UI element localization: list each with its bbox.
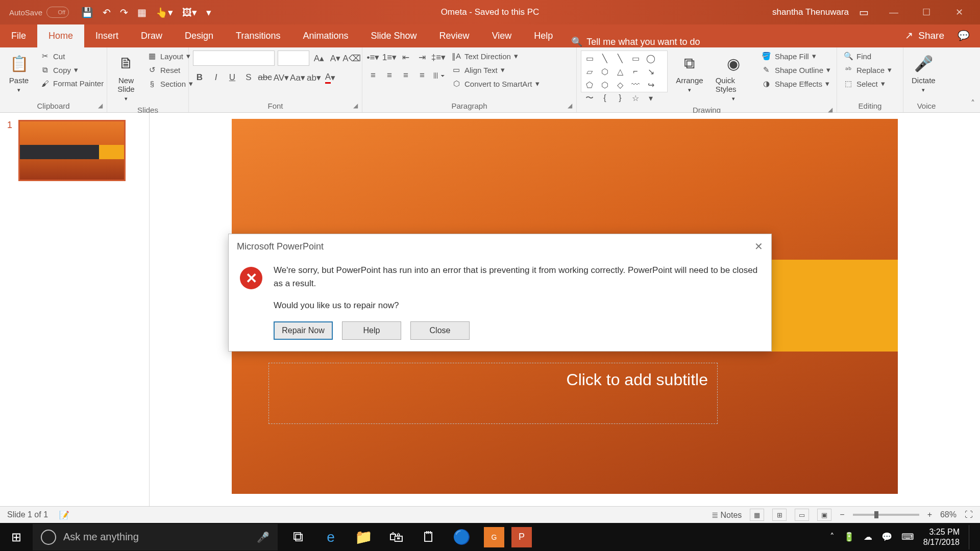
shape-outline-button[interactable]: ✎Shape Outline ▾ (760, 64, 832, 76)
tab-review[interactable]: Review (428, 24, 481, 47)
font-color-button[interactable]: A▾ (324, 71, 337, 84)
autosave-toggle[interactable]: AutoSave Off (9, 7, 69, 18)
tab-insert[interactable]: Insert (84, 24, 130, 47)
task-view-button[interactable]: ⧉ (283, 523, 313, 551)
touch-mode-icon[interactable]: 👆▾ (156, 7, 173, 18)
tab-home[interactable]: Home (37, 24, 84, 47)
onedrive-icon[interactable]: ☁ (864, 532, 872, 542)
clock[interactable]: 3:25 PM 8/17/2018 (923, 527, 960, 547)
battery-icon[interactable]: 🔋 (844, 532, 854, 542)
cortana-search[interactable]: Ask me anything 🎤 (33, 524, 278, 550)
maximize-button[interactable]: ☐ (912, 2, 941, 22)
change-case-button[interactable]: Aa▾ (291, 71, 304, 84)
tab-help[interactable]: Help (523, 24, 564, 47)
tray-expand-icon[interactable]: ˄ (830, 532, 835, 542)
columns-button[interactable]: ⫼▾ (432, 69, 445, 82)
show-desktop-button[interactable] (969, 525, 973, 549)
tell-me-search[interactable]: 🔍 Tell me what you want to do (564, 36, 700, 47)
strike-button[interactable]: abc (258, 71, 272, 84)
font-name-combo[interactable] (193, 51, 275, 66)
qat-customize-icon[interactable]: ▾ (206, 7, 211, 18)
zoom-slider[interactable] (853, 514, 919, 516)
select-button[interactable]: ⬚Select ▾ (841, 78, 894, 89)
share-button[interactable]: ↗ Share 💬 (905, 30, 970, 41)
replace-button[interactable]: ᵃᵇReplace ▾ (841, 64, 894, 76)
notes-button[interactable]: ≣ Notes (712, 510, 742, 520)
decrease-font-icon[interactable]: A▾ (329, 52, 342, 65)
tab-transitions[interactable]: Transitions (225, 24, 291, 47)
increase-indent-button[interactable]: ⇥ (415, 51, 429, 64)
slide-thumbnail[interactable] (18, 120, 126, 181)
ribbon-display-icon[interactable]: ▭ (859, 6, 869, 18)
tab-design[interactable]: Design (174, 24, 225, 47)
sticky-notes-icon[interactable]: 🗒 (413, 523, 444, 551)
quick-styles-button[interactable]: ◉Quick Styles▾ (712, 51, 755, 104)
char-spacing-button[interactable]: AV▾ (275, 71, 288, 84)
justify-button[interactable]: ≡ (415, 69, 429, 82)
reset-button[interactable]: ↺Reset (145, 64, 195, 76)
chrome-icon[interactable]: 🔵 (446, 523, 477, 551)
new-slide-button[interactable]: 🗎 New Slide ▾ (111, 51, 141, 104)
spell-check-icon[interactable]: 📝 (59, 510, 69, 520)
tab-slideshow[interactable]: Slide Show (360, 24, 428, 47)
slide-thumbnails-panel[interactable]: 1 (0, 113, 150, 532)
sorter-view-button[interactable]: ⊞ (772, 509, 787, 521)
align-center-button[interactable]: ≡ (383, 69, 396, 82)
slideshow-view-button[interactable]: ▣ (817, 509, 831, 521)
edge-icon[interactable]: e (315, 523, 346, 551)
start-from-beginning-icon[interactable]: ▦ (137, 7, 146, 18)
more-shapes-icon[interactable]: ▾ (645, 93, 657, 103)
thumbnail-slot[interactable]: 1 (7, 120, 142, 181)
arrange-button[interactable]: ⧉Arrange▾ (672, 51, 707, 95)
align-right-button[interactable]: ≡ (399, 69, 412, 82)
minimize-button[interactable]: — (879, 2, 909, 22)
redo-icon[interactable]: ↷ (120, 7, 128, 18)
dialog-close-icon[interactable]: ✕ (754, 240, 763, 253)
keyboard-icon[interactable]: ⌨ (901, 532, 914, 542)
line-spacing-button[interactable]: ‡≡▾ (432, 51, 445, 64)
user-name[interactable]: shantha Thenuwara (772, 7, 849, 17)
find-button[interactable]: 🔍Find (841, 51, 894, 62)
close-button[interactable]: Close (410, 321, 470, 340)
bullets-button[interactable]: •≡▾ (366, 51, 380, 64)
bold-button[interactable]: B (193, 71, 206, 84)
normal-view-button[interactable]: ▦ (750, 509, 764, 521)
dictate-button[interactable]: 🎤Dictate▾ (908, 51, 940, 95)
highlight-button[interactable]: ab▾ (307, 71, 321, 84)
slide-counter[interactable]: Slide 1 of 1 (7, 510, 48, 519)
tab-file[interactable]: File (0, 24, 37, 47)
file-explorer-icon[interactable]: 📁 (348, 523, 379, 551)
align-text-button[interactable]: ▭Align Text ▾ (449, 64, 542, 76)
launcher-icon[interactable]: ◢ (98, 102, 103, 109)
smartart-button[interactable]: ⬡Convert to SmartArt ▾ (449, 78, 542, 89)
format-painter-button[interactable]: 🖌Format Painter (38, 78, 106, 89)
store-icon[interactable]: 🛍 (381, 523, 411, 551)
powerpoint-taskbar-icon[interactable]: P (511, 527, 532, 547)
copy-button[interactable]: ⧉Copy ▾ (38, 64, 106, 76)
save-icon[interactable]: 💾 (81, 7, 93, 18)
zoom-in-button[interactable]: + (927, 510, 932, 519)
tab-draw[interactable]: Draw (130, 24, 174, 47)
clear-formatting-icon[interactable]: A⌫ (345, 52, 358, 65)
shape-fill-button[interactable]: 🪣Shape Fill ▾ (760, 51, 832, 62)
help-button[interactable]: Help (342, 321, 401, 340)
shape-effects-button[interactable]: ◑Shape Effects ▾ (760, 78, 832, 89)
text-direction-button[interactable]: ‖AText Direction ▾ (449, 51, 542, 62)
mic-icon[interactable]: 🎤 (257, 531, 270, 543)
picture-icon[interactable]: 🖼▾ (182, 7, 197, 18)
collapse-ribbon-icon[interactable]: ˄ (971, 98, 975, 108)
shapes-gallery[interactable]: ▭╲╲▭◯▱⬡ △⌐↘⬠⬡◇〰 ↪〜{}☆▾ (581, 51, 668, 92)
align-left-button[interactable]: ≡ (366, 69, 380, 82)
zoom-level[interactable]: 68% (940, 510, 957, 519)
action-center-icon[interactable]: 💬 (881, 532, 892, 542)
launcher-icon[interactable]: ◢ (353, 102, 358, 109)
start-button[interactable]: ⊞ (0, 523, 33, 551)
paste-button[interactable]: 📋 Paste ▾ (4, 51, 34, 95)
increase-font-icon[interactable]: A▴ (312, 52, 326, 65)
underline-button[interactable]: U (226, 71, 239, 84)
cut-button[interactable]: ✂Cut (38, 51, 106, 62)
font-size-combo[interactable] (278, 51, 309, 66)
repair-now-button[interactable]: Repair Now (274, 321, 333, 340)
pdf-icon[interactable]: G (484, 527, 504, 547)
tab-view[interactable]: View (481, 24, 523, 47)
